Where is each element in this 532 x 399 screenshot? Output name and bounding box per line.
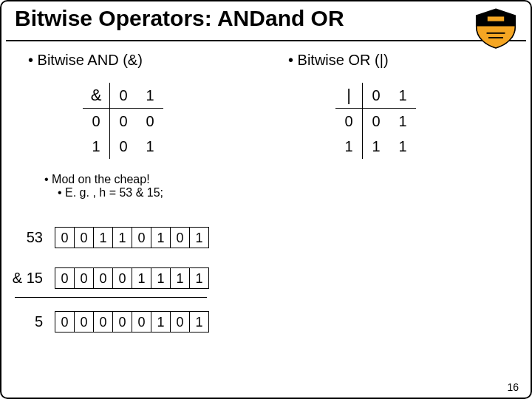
bit-cell: 1: [171, 268, 190, 289]
bit-cell: 0: [75, 228, 94, 248]
and-symbol: &: [83, 83, 110, 109]
bullet-and-heading: Bitwise AND (&): [28, 52, 143, 69]
or-cell-11: 1: [389, 134, 416, 159]
truth-table-and: & 0 1 0 0 0 1 0 1: [83, 83, 163, 159]
bit-cell: 0: [94, 312, 113, 332]
example-separator: [15, 297, 207, 298]
example-row1-label: 53: [7, 229, 43, 246]
or-col-1: 1: [389, 83, 416, 109]
truth-table-or: | 0 1 0 0 1 1 1 1: [335, 83, 416, 159]
bit-cell: 1: [151, 268, 171, 289]
bit-cell: 1: [190, 268, 209, 289]
or-cell-10: 1: [363, 134, 390, 159]
and-cell-00: 0: [110, 109, 137, 134]
or-cell-00: 0: [363, 109, 390, 134]
bit-cell: 0: [113, 312, 132, 332]
bit-cell: 1: [190, 228, 209, 248]
bit-cell: 1: [132, 268, 151, 289]
bit-cell: 0: [132, 228, 151, 248]
or-row-0-label: 0: [335, 109, 363, 134]
slide-title: Bitwise Operators: ANDand OR: [15, 6, 344, 31]
bit-cell: 0: [171, 228, 190, 248]
bit-cell: 1: [190, 312, 209, 332]
mod-line1: Mod on the cheap!: [44, 173, 163, 186]
bit-cell: 0: [55, 228, 75, 248]
bit-cell: 1: [113, 228, 132, 248]
or-col-0: 0: [363, 83, 390, 109]
princeton-crest-icon: [471, 7, 520, 49]
bullet-or-heading: Bitwise OR (|): [288, 52, 389, 69]
bit-cell: 1: [151, 312, 171, 332]
and-col-0: 0: [110, 83, 137, 109]
example-row3-label: 5: [7, 313, 43, 330]
bit-cell: 0: [171, 312, 190, 332]
bit-cell: 0: [113, 268, 132, 289]
or-symbol: |: [335, 83, 363, 109]
bit-cell: 1: [94, 228, 113, 248]
slide: Bitwise Operators: ANDand OR Bitwise AND…: [0, 0, 532, 399]
and-row-0-label: 0: [83, 109, 110, 134]
bullet-mod: Mod on the cheap! E. g. , h = 53 & 15;: [44, 173, 163, 200]
bit-cell: 0: [75, 268, 94, 289]
bit-cell: 0: [55, 312, 75, 332]
bit-cell: 0: [132, 312, 151, 332]
page-number: 16: [507, 381, 519, 393]
or-row-1-label: 1: [335, 134, 363, 159]
and-row-1-label: 1: [83, 134, 110, 159]
or-cell-01: 1: [389, 109, 416, 134]
title-rule: [6, 40, 526, 41]
and-col-1: 1: [137, 83, 163, 109]
and-cell-11: 1: [137, 134, 163, 159]
bit-cell: 1: [151, 228, 171, 248]
bit-cell: 0: [94, 268, 113, 289]
svg-rect-0: [488, 16, 504, 21]
example-row2-label: & 15: [7, 270, 43, 287]
mod-line2: E. g. , h = 53 & 15;: [58, 186, 163, 200]
and-cell-01: 0: [137, 109, 163, 134]
example-row1: 0 0 1 1 0 1 0 1: [55, 227, 209, 248]
example-row2: 0 0 0 0 1 1 1 1: [55, 267, 209, 289]
and-cell-10: 0: [110, 134, 137, 159]
example-row3: 0 0 0 0 0 1 0 1: [55, 311, 209, 332]
bit-cell: 0: [55, 268, 75, 289]
bit-cell: 0: [75, 312, 94, 332]
